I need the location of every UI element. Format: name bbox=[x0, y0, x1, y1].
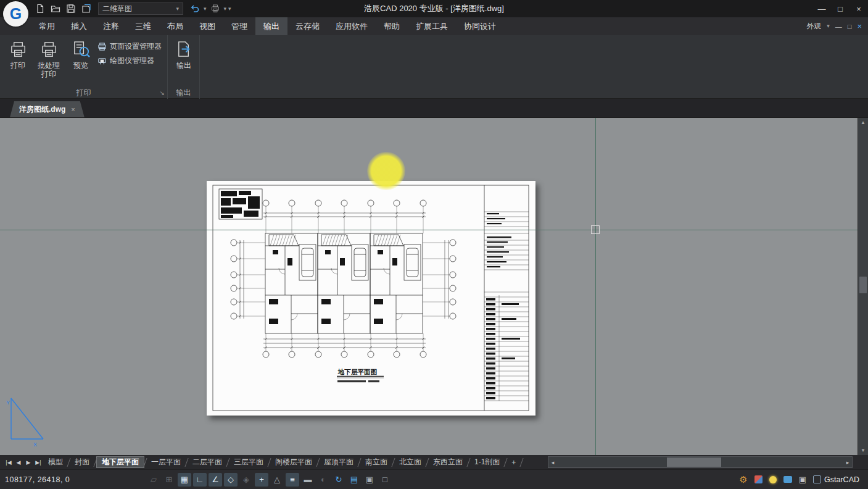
tab-view[interactable]: 视图 bbox=[191, 17, 223, 35]
display-settings-icon[interactable]: ▣ bbox=[799, 475, 806, 484]
save-as-button[interactable] bbox=[80, 2, 93, 15]
drawing-viewport[interactable]: 地下层平面图 Y X ▲ ▼ bbox=[0, 118, 868, 455]
floor-plan-drawing: 地下层平面图 bbox=[207, 181, 535, 416]
quick-plot-button[interactable] bbox=[209, 2, 222, 15]
scroll-right-icon[interactable]: ▸ bbox=[843, 459, 852, 466]
grid-toggle[interactable]: ▦ bbox=[178, 473, 191, 487]
workspace-selector[interactable]: 二维草图 ▾ bbox=[98, 2, 183, 15]
save-button[interactable] bbox=[64, 2, 78, 15]
lineweight-toggle[interactable]: ▬ bbox=[301, 473, 315, 487]
layout-prev-button[interactable]: ◀ bbox=[14, 459, 23, 466]
tab-home[interactable]: 常用 bbox=[31, 17, 63, 35]
layout-tab-north-elevation[interactable]: 北立面 bbox=[394, 456, 426, 468]
feedback-icon[interactable] bbox=[783, 476, 792, 483]
ucs-icon: Y X bbox=[5, 396, 49, 449]
output-group: 输出 输出 bbox=[168, 35, 200, 99]
ortho-toggle[interactable]: ∟ bbox=[193, 473, 207, 487]
annotation-monitor-toggle[interactable]: ▤ bbox=[347, 473, 361, 487]
layout-tab-floor2-plan[interactable]: 二层平面 bbox=[188, 456, 227, 468]
annotation-scale-toggle[interactable]: ▣ bbox=[363, 473, 376, 487]
layout-tab-floor1-plan[interactable]: 一层平面 bbox=[146, 456, 186, 468]
layout-first-button[interactable]: |◀ bbox=[4, 459, 14, 466]
layout-tab-floor3-plan[interactable]: 三层平面 bbox=[229, 456, 268, 468]
appearance-dropdown[interactable]: 外观 bbox=[806, 21, 821, 31]
document-tab-bar: 洋房图纸.dwg × bbox=[0, 99, 868, 118]
tab-manage[interactable]: 管理 bbox=[223, 17, 255, 35]
dynamic-input-toggle[interactable]: ≡ bbox=[286, 473, 299, 487]
export-icon bbox=[175, 40, 194, 59]
export-button[interactable]: 输出 bbox=[170, 38, 198, 85]
tab-layout[interactable]: 布局 bbox=[159, 17, 191, 35]
dialog-launcher-icon[interactable]: ↘ bbox=[160, 90, 165, 96]
close-document-button[interactable]: × bbox=[857, 22, 862, 31]
object-snap-tracking-toggle[interactable]: + bbox=[255, 473, 268, 487]
preview-button[interactable]: 预览 bbox=[67, 38, 95, 85]
layout-tab-section-1-1[interactable]: 1-1剖面 bbox=[469, 456, 505, 468]
tab-output[interactable]: 输出 bbox=[255, 17, 287, 35]
infer-constraints-toggle[interactable]: ▱ bbox=[147, 473, 160, 487]
layout-tab-south-elevation[interactable]: 南立面 bbox=[360, 456, 392, 468]
settings-gear-icon[interactable]: ⚙ bbox=[739, 474, 747, 485]
close-button[interactable]: × bbox=[849, 0, 868, 17]
selection-cycling-toggle[interactable]: ↻ bbox=[332, 473, 345, 487]
layout-tab-roof-plan[interactable]: 屋顶平面 bbox=[319, 456, 358, 468]
undo-dropdown-caret[interactable]: ▾ bbox=[204, 6, 207, 12]
scroll-up-icon[interactable]: ▲ bbox=[858, 118, 868, 127]
customize-toolbar-caret[interactable]: ▾ bbox=[228, 6, 231, 12]
crosshair-vertical-line bbox=[595, 118, 596, 455]
page-setup-manager-label: 页面设置管理器 bbox=[110, 41, 162, 52]
layout-tab-basement-plan[interactable]: 地下层平面 bbox=[96, 456, 144, 468]
undo-button[interactable] bbox=[188, 2, 202, 15]
document-tab[interactable]: 洋房图纸.dwg × bbox=[10, 101, 85, 117]
tab-cloud[interactable]: 云存储 bbox=[287, 17, 328, 35]
tab-applications[interactable]: 应用软件 bbox=[328, 17, 376, 35]
transparency-toggle[interactable]: ◐ bbox=[316, 473, 330, 487]
plot-button[interactable]: 打印 bbox=[4, 38, 32, 85]
vertical-scrollbar-thumb[interactable] bbox=[859, 277, 867, 293]
tab-annotate[interactable]: 注释 bbox=[95, 17, 127, 35]
layout-tab-model[interactable]: 模型 bbox=[43, 456, 68, 468]
tab-insert[interactable]: 插入 bbox=[63, 17, 95, 35]
scroll-down-icon[interactable]: ▼ bbox=[858, 446, 868, 455]
new-file-button[interactable] bbox=[33, 2, 47, 15]
layout-last-button[interactable]: ▶| bbox=[33, 459, 43, 466]
tip-bulb-icon[interactable] bbox=[769, 476, 777, 483]
object-snap-3d-toggle[interactable]: ◈ bbox=[239, 473, 253, 487]
layout-tab-eastwest-elevation[interactable]: 东西立面 bbox=[428, 456, 468, 468]
horizontal-scrollbar-track[interactable] bbox=[557, 457, 843, 467]
layout-tab-cover[interactable]: 封面 bbox=[70, 456, 94, 468]
svg-text:X: X bbox=[33, 441, 37, 448]
preview-button-label: 预览 bbox=[73, 61, 88, 70]
dynamic-ucs-toggle[interactable]: △ bbox=[270, 473, 284, 487]
tab-3d[interactable]: 三维 bbox=[127, 17, 159, 35]
security-icon[interactable] bbox=[754, 475, 763, 483]
batch-printer-icon bbox=[39, 40, 59, 59]
layout-tab-attic-plan[interactable]: 阁楼层平面 bbox=[270, 456, 317, 468]
horizontal-scrollbar[interactable]: ◂ ▸ bbox=[548, 456, 853, 468]
snap-toggle[interactable]: ⊞ bbox=[162, 473, 176, 487]
document-tab-close-icon[interactable]: × bbox=[71, 106, 75, 113]
vertical-scrollbar[interactable]: ▲ ▼ bbox=[858, 118, 868, 455]
tab-collaboration[interactable]: 协同设计 bbox=[456, 17, 504, 35]
print-group-label: 打印 bbox=[0, 88, 167, 98]
scroll-left-icon[interactable]: ◂ bbox=[548, 459, 557, 466]
page-setup-manager-button[interactable]: 页面设置管理器 bbox=[97, 41, 162, 52]
new-layout-button[interactable]: + bbox=[506, 458, 521, 467]
plot-dropdown-caret[interactable]: ▾ bbox=[224, 6, 227, 12]
panel-toggle-button[interactable]: □ bbox=[848, 23, 852, 30]
object-snap-toggle[interactable]: ◇ bbox=[224, 473, 238, 487]
polar-tracking-toggle[interactable]: ∠ bbox=[209, 473, 222, 487]
app-logo[interactable]: G bbox=[3, 1, 28, 27]
minimize-ribbon-button[interactable]: — bbox=[835, 23, 842, 30]
clean-screen-toggle[interactable]: □ bbox=[378, 473, 392, 487]
restore-button[interactable]: □ bbox=[831, 0, 849, 17]
horizontal-scrollbar-thumb[interactable] bbox=[667, 458, 721, 467]
batch-plot-button[interactable]: 批处理打印 bbox=[33, 38, 64, 85]
open-file-button[interactable] bbox=[49, 2, 62, 15]
tab-help[interactable]: 帮助 bbox=[376, 17, 408, 35]
layout-next-button[interactable]: ▶ bbox=[23, 459, 33, 466]
tab-express-tools[interactable]: 扩展工具 bbox=[408, 17, 456, 35]
plotter-manager-button[interactable]: 绘图仪管理器 bbox=[97, 56, 154, 66]
appearance-caret-icon[interactable]: ▾ bbox=[827, 23, 830, 29]
minimize-button[interactable]: — bbox=[812, 0, 831, 17]
